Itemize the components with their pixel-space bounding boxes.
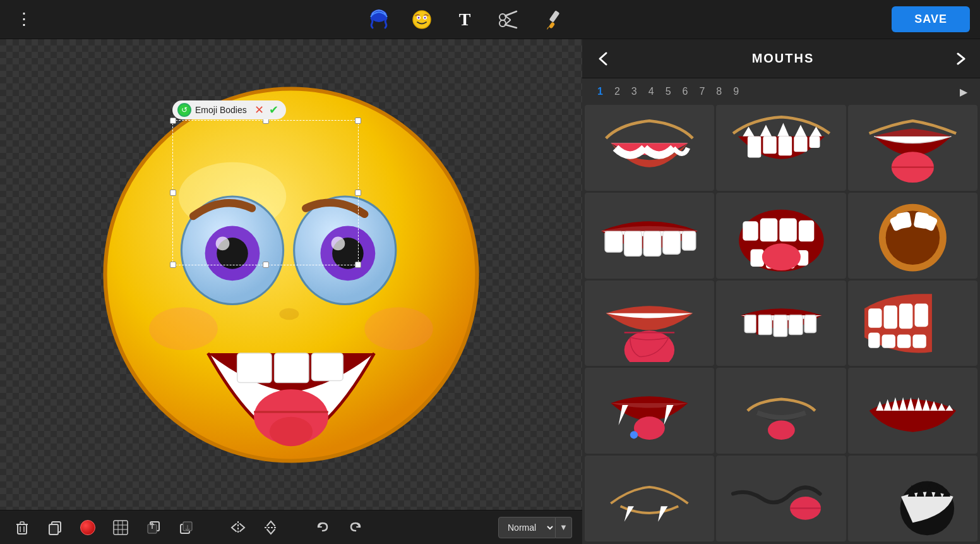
bring-forward-button[interactable] — [141, 516, 165, 540]
svg-point-24 — [279, 308, 299, 320]
mouth-option-6[interactable] — [848, 193, 977, 279]
svg-point-7 — [499, 20, 506, 27]
svg-rect-73 — [750, 249, 763, 266]
top-toolbar: ⋮ — [0, 0, 980, 39]
svg-point-77 — [762, 243, 800, 270]
hair-icon — [368, 8, 390, 31]
svg-rect-87 — [774, 315, 787, 337]
panel-title: MOUTHS — [623, 51, 943, 66]
hair-tool-button[interactable] — [365, 6, 393, 33]
redo-button[interactable] — [344, 516, 368, 540]
flip-horizontal-button[interactable] — [226, 516, 250, 540]
label-confirm-button[interactable]: ✔ — [269, 103, 278, 117]
page-8[interactable]: 8 — [714, 85, 724, 99]
texture-button[interactable] — [109, 516, 133, 540]
text-tool-button[interactable]: T — [451, 6, 479, 33]
svg-rect-95 — [868, 333, 880, 348]
label-cancel-button[interactable]: ✕ — [254, 103, 264, 117]
svg-rect-72 — [798, 220, 813, 241]
blend-mode-select[interactable]: Normal Multiply Screen Overlay Darken Li… — [498, 517, 556, 538]
svg-rect-71 — [779, 218, 796, 241]
svg-rect-93 — [899, 304, 912, 329]
page-5[interactable]: 5 — [663, 85, 674, 99]
mouth-option-14[interactable] — [716, 456, 846, 541]
svg-point-101 — [768, 421, 795, 440]
undo-button[interactable] — [311, 516, 335, 540]
svg-rect-54 — [778, 136, 791, 156]
mouth-option-15[interactable] — [848, 456, 977, 541]
trash-icon — [14, 519, 30, 536]
svg-rect-96 — [881, 335, 895, 348]
mouth-option-9[interactable] — [848, 281, 977, 366]
svg-rect-90 — [756, 315, 758, 335]
svg-rect-28 — [312, 353, 344, 380]
page-1[interactable]: 1 — [595, 85, 606, 99]
next-arrow-right[interactable]: ▶ — [960, 86, 967, 98]
svg-marker-60 — [794, 124, 806, 136]
delete-button[interactable] — [10, 516, 34, 540]
svg-rect-26 — [237, 353, 272, 383]
copy-icon — [47, 519, 63, 536]
mouth-option-2[interactable] — [716, 105, 846, 191]
svg-point-6 — [499, 14, 506, 20]
page-3[interactable]: 3 — [629, 85, 640, 99]
emoji-face — [95, 79, 487, 471]
mouth-option-12[interactable] — [848, 368, 977, 454]
svg-rect-39 — [114, 521, 128, 535]
svg-point-29 — [149, 307, 218, 350]
mouth-option-3[interactable] — [848, 105, 977, 191]
send-back-button[interactable] — [174, 516, 198, 540]
paint-tool-button[interactable] — [537, 6, 565, 33]
blend-mode-selector[interactable]: Normal Multiply Screen Overlay Darken Li… — [498, 517, 572, 538]
svg-rect-92 — [883, 306, 897, 329]
svg-point-31 — [270, 416, 313, 446]
next-page-button[interactable] — [953, 52, 967, 66]
page-6[interactable]: 6 — [680, 85, 691, 99]
flip-vertical-button[interactable] — [259, 516, 283, 540]
svg-rect-85 — [744, 315, 756, 332]
cut-tool-button[interactable] — [494, 6, 522, 33]
mouth-option-1[interactable] — [585, 105, 714, 191]
mouth-option-4[interactable] — [585, 193, 714, 279]
svg-rect-32 — [18, 524, 27, 534]
svg-rect-27 — [275, 353, 309, 383]
svg-rect-34 — [20, 522, 24, 524]
page-4[interactable]: 4 — [646, 85, 657, 99]
emoji-container[interactable]: ↺ Emoji Bodies ✕ ✔ — [76, 60, 506, 490]
svg-rect-66 — [663, 231, 680, 254]
svg-rect-53 — [763, 136, 776, 154]
svg-rect-70 — [760, 218, 777, 241]
svg-rect-89 — [804, 315, 816, 332]
back-button[interactable] — [595, 50, 612, 68]
page-7[interactable]: 7 — [696, 85, 707, 99]
face-tool-button[interactable] — [408, 6, 436, 33]
mouth-option-7[interactable] — [585, 281, 714, 366]
svg-point-19 — [216, 236, 230, 250]
panel-header: MOUTHS — [582, 39, 980, 78]
mouth-option-13[interactable] — [585, 456, 714, 541]
mouth-option-10[interactable] — [585, 368, 714, 454]
page-2[interactable]: 2 — [612, 85, 623, 99]
svg-point-100 — [630, 431, 638, 438]
canvas-area[interactable]: ↺ Emoji Bodies ✕ ✔ — [0, 39, 582, 510]
blend-mode-arrow[interactable]: ▼ — [556, 517, 572, 538]
page-9[interactable]: 9 — [731, 85, 741, 99]
svg-rect-55 — [794, 136, 807, 152]
mouth-option-5[interactable] — [716, 193, 846, 279]
svg-point-5 — [424, 16, 426, 18]
svg-point-99 — [634, 416, 665, 440]
emoji-circle-button[interactable] — [76, 516, 100, 540]
svg-point-23 — [332, 236, 345, 250]
svg-rect-12 — [549, 10, 560, 22]
mouth-option-11[interactable] — [716, 368, 846, 454]
save-button[interactable]: SAVE — [892, 6, 970, 32]
svg-marker-57 — [743, 126, 754, 136]
svg-rect-88 — [789, 315, 802, 335]
layer-icon: ↺ — [177, 103, 191, 117]
menu-button[interactable]: ⋮ — [10, 6, 38, 33]
bring-forward-icon — [145, 519, 162, 536]
copy-button[interactable] — [43, 516, 67, 540]
mouth-grid — [582, 102, 980, 544]
mouth-option-8[interactable] — [716, 281, 846, 366]
svg-line-9 — [505, 25, 517, 28]
